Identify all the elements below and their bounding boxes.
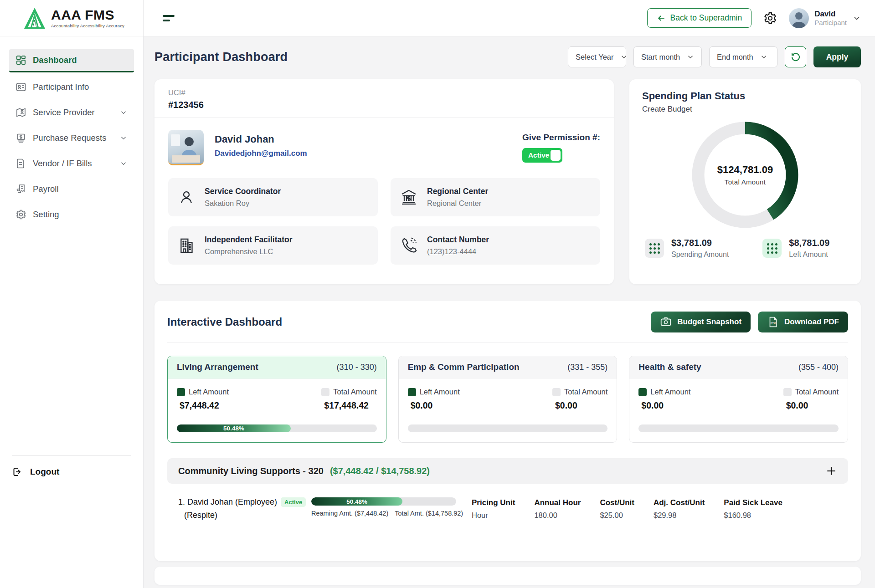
id-card-icon bbox=[15, 82, 26, 92]
budget-snapshot-button[interactable]: Budget Snapshot bbox=[651, 312, 751, 332]
logout-icon bbox=[12, 466, 23, 477]
left-amount-swatch bbox=[408, 388, 416, 396]
category-card-emp-comm-participation[interactable]: Emp & Comm Participation (331 - 355) Lef… bbox=[398, 356, 618, 443]
download-pdf-button[interactable]: PDF Download PDF bbox=[758, 312, 848, 332]
left-amount-stat: $8,781.09 Left Amount bbox=[762, 238, 829, 259]
participant-name: David Johan bbox=[215, 133, 307, 145]
pdf-file-icon: PDF bbox=[767, 316, 779, 328]
app-window: AAA FMS Accountability Accessibility Acc… bbox=[0, 0, 875, 588]
user-role: Participant bbox=[814, 19, 847, 26]
interactive-dashboard-title: Interactive Dashboard bbox=[167, 316, 282, 328]
chevron-down-icon bbox=[620, 53, 628, 61]
category-card-living-arrangement[interactable]: Living Arrangement (310 - 330) Left Amou… bbox=[167, 356, 386, 443]
support-row: 1. David Johan (Employee) Active (Respit… bbox=[167, 484, 848, 520]
sidebar-item-dashboard[interactable]: Dashboard bbox=[9, 49, 134, 72]
logout-divider bbox=[12, 455, 131, 455]
page-title: Participant Dashboard bbox=[154, 50, 288, 64]
sidebar-item-label: Service Provider bbox=[33, 107, 95, 118]
brand-triangle-icon bbox=[23, 6, 46, 30]
sidebar-item-vendor-if-bills[interactable]: Vendor / IF Bills bbox=[9, 153, 134, 174]
permission-toggle[interactable]: Active bbox=[522, 148, 562, 163]
chevron-down-icon bbox=[686, 53, 695, 61]
give-permission-label: Give Permission #: bbox=[522, 133, 600, 143]
sidebar-item-label: Participant Info bbox=[33, 82, 89, 92]
avatar bbox=[789, 8, 809, 28]
participant-card: UCI# #123456 David Johan Davidedjohn@gma… bbox=[154, 79, 614, 284]
apply-button[interactable]: Apply bbox=[813, 46, 861, 67]
refresh-icon bbox=[790, 51, 801, 62]
logout-label: Logout bbox=[30, 467, 59, 477]
total-amount-swatch bbox=[783, 388, 792, 396]
dollar-box-icon bbox=[15, 133, 26, 143]
sidebar-item-label: Dashboard bbox=[33, 55, 77, 65]
donut-total-amount: $124,781.09 bbox=[717, 164, 773, 176]
back-to-superadmin-button[interactable]: Back to Superadmin bbox=[647, 8, 752, 28]
spending-plan-card: Spending Plan Status Create Budget bbox=[629, 79, 861, 284]
left-amount-swatch bbox=[638, 388, 647, 396]
person-icon bbox=[177, 188, 196, 206]
chevron-down-icon bbox=[119, 134, 128, 142]
info-tile-regional-center: Regional Center Regional Center bbox=[391, 178, 600, 216]
info-tile-independent-facilitator: Independent Facilitator Comprehensive LL… bbox=[168, 226, 378, 265]
dashboard-grid-icon bbox=[15, 55, 26, 66]
sidebar-item-label: Payroll bbox=[33, 184, 59, 194]
uci-label: UCI# bbox=[168, 88, 600, 97]
category-progress-bar bbox=[638, 424, 839, 432]
profile-photo bbox=[168, 130, 204, 165]
permission-status: Active bbox=[522, 151, 550, 159]
chevron-down-icon bbox=[852, 14, 861, 23]
sidebar-item-participant-info[interactable]: Participant Info bbox=[9, 76, 134, 98]
sidebar-nav: Dashboard Participant Info Service Provi… bbox=[0, 36, 143, 455]
create-budget-subtitle: Create Budget bbox=[642, 105, 848, 114]
total-amount-swatch bbox=[321, 388, 329, 396]
uci-value: #123456 bbox=[168, 100, 600, 110]
sidebar-item-purchase-requests[interactable]: Purchase Requests bbox=[9, 127, 134, 149]
paid-sick-leave-column: Paid Sick Leave $160.98 bbox=[724, 498, 782, 520]
cost-unit-column: Cost/Unit $25.00 bbox=[600, 498, 634, 520]
remaining-amount: Reaming Amt. ($7,448.42) bbox=[311, 510, 388, 517]
pricing-unit-column: Pricing Unit Hour bbox=[472, 498, 515, 520]
select-year-dropdown[interactable]: Select Year bbox=[568, 46, 626, 67]
info-tile-service-coordinator: Service Coordinator Sakation Roy bbox=[168, 178, 378, 216]
end-month-dropdown[interactable]: End month bbox=[709, 46, 777, 67]
sidebar-item-label: Vendor / IF Bills bbox=[33, 159, 92, 169]
spending-donut-chart: $124,781.09 Total Amount bbox=[690, 120, 800, 230]
left-amount-swatch bbox=[177, 388, 185, 396]
arrow-left-icon bbox=[657, 14, 666, 23]
building-icon bbox=[177, 236, 196, 255]
spending-plan-title: Spending Plan Status bbox=[642, 90, 848, 102]
category-card-health-safety[interactable]: Health & safety (355 - 400) Left Amount … bbox=[629, 356, 848, 443]
chevron-down-icon bbox=[119, 108, 128, 117]
plus-icon[interactable] bbox=[825, 465, 837, 477]
participant-email[interactable]: Davidedjohn@gmail.com bbox=[215, 149, 307, 158]
phone-icon bbox=[400, 236, 418, 255]
sidebar: AAA FMS Accountability Accessibility Acc… bbox=[0, 0, 144, 588]
reset-refresh-button[interactable] bbox=[785, 46, 806, 67]
gear-icon bbox=[15, 209, 26, 220]
sidebar-item-service-provider[interactable]: Service Provider bbox=[9, 102, 134, 123]
hamburger-menu-icon[interactable] bbox=[161, 13, 176, 23]
brand-logo: AAA FMS Accountability Accessibility Acc… bbox=[0, 0, 143, 36]
chevron-down-icon bbox=[119, 159, 128, 168]
logout-button[interactable]: Logout bbox=[0, 463, 143, 481]
map-person-icon bbox=[15, 107, 26, 118]
adj-cost-unit-column: Adj. Cost/Unit $29.98 bbox=[654, 498, 705, 520]
status-badge: Active bbox=[281, 497, 306, 507]
settings-gear-icon[interactable] bbox=[763, 11, 777, 25]
start-month-dropdown[interactable]: Start month bbox=[633, 46, 702, 67]
chevron-down-icon bbox=[760, 53, 771, 61]
sidebar-item-setting[interactable]: Setting bbox=[9, 204, 134, 225]
annual-hour-column: Annual Hour 180.00 bbox=[534, 498, 581, 520]
brand-name: AAA FMS bbox=[51, 8, 124, 22]
content: Participant Dashboard Select Year Start … bbox=[144, 36, 875, 588]
sidebar-item-payroll[interactable]: Payroll bbox=[9, 178, 134, 200]
dots-grid-icon bbox=[645, 239, 664, 258]
bank-icon bbox=[400, 188, 418, 206]
dots-grid-icon bbox=[762, 239, 782, 258]
info-tile-contact-number: Contact Number (123)123-4444 bbox=[391, 226, 600, 265]
user-name: David bbox=[814, 10, 847, 19]
top-bar: Back to Superadmin David Participant bbox=[144, 0, 875, 36]
support-progress-bar: 50.48% bbox=[311, 497, 456, 506]
employee-name: 1. David Johan (Employee) bbox=[178, 497, 277, 507]
user-menu[interactable]: David Participant bbox=[789, 8, 861, 28]
